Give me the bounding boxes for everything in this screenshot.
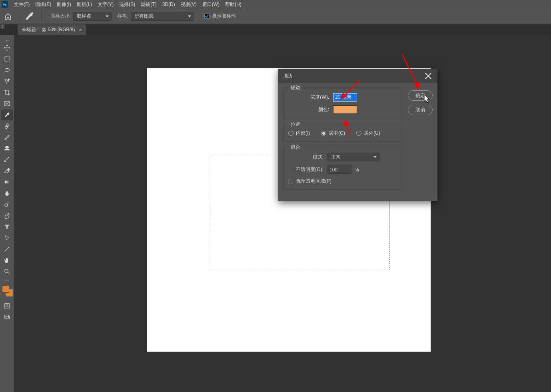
opacity-suffix: % [355,167,359,173]
clone-stamp-tool-icon[interactable] [1,143,13,154]
blend-group: 混合 模式: 正常 不透明度(O): 100 % 保留透明区域(P) [283,147,403,190]
svg-rect-3 [5,181,9,183]
screenmode-tool-icon[interactable] [1,312,13,322]
tab-close-icon[interactable]: × [79,27,82,33]
menu-image[interactable]: 图像(I) [54,1,74,8]
menu-3d[interactable]: 3D(D) [160,2,178,7]
document-tab-label: 未标题-1 @ 50%(RGB/8) [22,26,75,33]
sample-size-label: 取样大小: [50,13,71,20]
svg-rect-9 [6,316,10,319]
pen-tool-icon[interactable] [1,210,13,221]
ok-button[interactable]: 确定 [408,90,433,101]
eraser-tool-icon[interactable] [1,165,13,176]
position-group: 位置 内部(I) 居中(C) 居外(U) [283,124,403,142]
marquee-tool-icon[interactable] [1,54,13,64]
preserve-transparency-checkbox [288,179,293,184]
svg-rect-0 [5,57,9,61]
divider [41,11,42,22]
panel-collapse-icon[interactable] [0,24,5,29]
dialog-titlebar[interactable]: 描边 [278,69,437,83]
dodge-tool-icon[interactable] [1,199,13,210]
mode-label: 模式: [288,154,323,161]
show-sampling-ring-label: 显示取样环 [212,13,236,20]
svg-rect-8 [4,315,8,318]
zoom-tool-icon[interactable] [1,266,13,277]
dialog-title: 描边 [283,73,293,80]
blend-group-legend: 混合 [288,144,303,151]
svg-point-7 [6,305,8,307]
home-icon[interactable] [2,11,14,22]
app-icon: Ps [2,1,8,8]
quickmask-tool-icon[interactable] [1,300,13,311]
sample-size-dropdown[interactable]: 取样点 [73,12,112,21]
options-bar: 取样大小: 取样点 样本: 所有图层 显示取样环 [0,9,551,24]
stroke-color-swatch[interactable] [333,105,357,114]
stroke-dialog: 描边 描边 宽度(W): 20 像素 颜色: 位置 内部(I) [278,69,437,201]
menu-window[interactable]: 窗口(W) [200,1,222,8]
width-label: 宽度(W): [288,94,329,101]
svg-point-4 [5,204,8,207]
blur-tool-icon[interactable] [1,188,13,199]
preserve-transparency-label: 保留透明区域(P) [296,178,331,185]
quick-select-tool-icon[interactable] [1,76,13,87]
tool-preset-eyedropper-icon[interactable] [24,11,35,22]
menu-filter[interactable]: 滤镜(T) [138,1,159,8]
line-tool-icon[interactable] [1,244,13,255]
path-select-tool-icon[interactable] [1,233,13,243]
position-outside-radio[interactable]: 居外(U) [356,130,380,137]
position-group-legend: 位置 [288,121,303,128]
dialog-close-icon[interactable] [424,72,433,80]
document-tab[interactable]: 未标题-1 @ 50%(RGB/8) × [18,24,86,35]
move-tool-icon[interactable] [1,42,13,53]
position-center-radio[interactable]: 居中(C) [321,130,345,137]
menu-help[interactable]: 帮助(H) [222,1,244,8]
color-swatches[interactable] [2,285,13,296]
crop-tool-icon[interactable] [1,87,13,98]
color-label: 颜色: [288,106,329,113]
menu-file[interactable]: 文件(F) [11,1,32,8]
divider [20,11,20,22]
width-input[interactable]: 20 像素 [333,93,357,101]
opacity-label: 不透明度(O): [288,166,323,173]
document-tab-bar: 未标题-1 @ 50%(RGB/8) × [0,24,551,35]
sample-dropdown[interactable]: 所有图层 [131,12,194,21]
position-inside-radio[interactable]: 内部(I) [288,130,310,137]
cancel-button[interactable]: 取消 [408,105,433,115]
toolbar-more-icon[interactable] [5,279,9,283]
tool-bar [0,35,14,392]
hand-tool-icon[interactable] [1,255,13,266]
svg-point-5 [5,269,8,273]
toolbar-grip-icon[interactable] [6,38,8,42]
eyedropper-tool-icon[interactable] [1,109,13,120]
blend-mode-select[interactable]: 正常 [327,153,379,161]
checkbox-icon [204,14,210,19]
opacity-input[interactable]: 100 [327,165,351,174]
sample-label: 样本: [117,13,128,20]
menu-layer[interactable]: 图层(L) [74,1,95,8]
foreground-color-swatch[interactable] [2,286,9,293]
menu-type[interactable]: 文字(Y) [95,1,116,8]
menu-select[interactable]: 选择(S) [116,1,138,8]
brush-tool-icon[interactable] [1,132,13,143]
stroke-group-legend: 描边 [288,84,303,91]
menu-edit[interactable]: 编辑(E) [32,1,54,8]
stroke-group: 描边 宽度(W): 20 像素 颜色: [283,87,403,119]
lasso-tool-icon[interactable] [1,65,13,76]
type-tool-icon[interactable] [1,221,13,232]
frame-tool-icon[interactable] [1,98,13,109]
history-brush-tool-icon[interactable] [1,154,13,165]
menu-bar: Ps 文件(F) 编辑(E) 图像(I) 图层(L) 文字(Y) 选择(S) 滤… [0,0,551,9]
healing-brush-tool-icon[interactable] [1,121,13,131]
menu-view[interactable]: 视图(V) [178,1,200,8]
show-sampling-ring-checkbox[interactable]: 显示取样环 [204,13,236,20]
gradient-tool-icon[interactable] [1,177,13,187]
svg-rect-6 [5,304,9,308]
